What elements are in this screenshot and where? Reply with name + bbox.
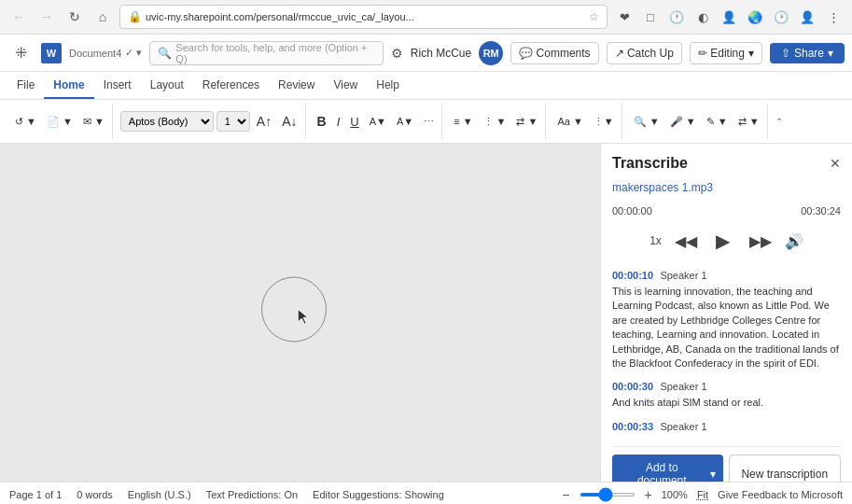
- text-predictions-label[interactable]: Text Predictions: On: [206, 489, 298, 500]
- entry-2-time[interactable]: 00:00:30: [612, 381, 653, 392]
- font-decrease-button[interactable]: A↓: [278, 112, 300, 131]
- find-button[interactable]: 🔍 ▼: [630, 114, 663, 130]
- ribbon-collapse-button[interactable]: ⌃: [772, 115, 787, 129]
- file-link[interactable]: makerspaces 1.mp3: [612, 181, 841, 194]
- new-transcription-button[interactable]: New transcription: [729, 455, 842, 482]
- clipboard-button[interactable]: 📄 ▼: [43, 114, 77, 130]
- transcript-entry-1: 00:00:10 Speaker 1 This is learning inno…: [612, 269, 841, 371]
- time-current: 00:00:00: [612, 205, 652, 217]
- office-actions: ⚙ Rich McCue RM 💬 Comments ↗ Catch Up ✏ …: [391, 41, 845, 65]
- bold-button[interactable]: B: [314, 112, 330, 131]
- time-total: 00:30:24: [801, 205, 841, 217]
- entry-1-time[interactable]: 00:00:10: [612, 270, 653, 281]
- cursor-arrow: [296, 307, 311, 329]
- cursor-circle: [261, 277, 327, 343]
- status-bar: Page 1 of 1 0 words English (U.S.) Text …: [0, 482, 852, 504]
- time-display: 00:00:00 00:30:24: [612, 205, 841, 217]
- transcript-entry-3: 00:00:33 Speaker 1: [612, 420, 841, 433]
- more-format-button[interactable]: ⋯: [420, 114, 438, 130]
- comments-button[interactable]: 💬 Comments: [510, 42, 598, 64]
- entry-3-time[interactable]: 00:00:33: [612, 421, 653, 432]
- back-button[interactable]: ←: [7, 6, 30, 28]
- user-avatar[interactable]: RM: [479, 41, 503, 65]
- add-to-document-button[interactable]: Add to document ▾: [612, 455, 723, 482]
- app-grid-button[interactable]: ⁜: [7, 40, 34, 66]
- editor-suggestions-label[interactable]: Editor Suggestions: Showing: [313, 489, 444, 500]
- font-increase-button[interactable]: A↑: [253, 112, 275, 131]
- tab-layout[interactable]: Layout: [141, 72, 193, 99]
- volume-button[interactable]: 🔊: [785, 232, 803, 250]
- reuse-button[interactable]: ⇄ ▼: [734, 114, 763, 130]
- menu-icon[interactable]: ⋮: [822, 6, 845, 28]
- pocket-icon[interactable]: ❤: [613, 6, 636, 28]
- language-label[interactable]: English (U.S.): [128, 489, 191, 500]
- tab-review[interactable]: Review: [269, 72, 324, 99]
- tab-insert[interactable]: Insert: [94, 72, 141, 99]
- reload-button[interactable]: ↻: [63, 6, 86, 28]
- italic-button[interactable]: I: [333, 113, 344, 131]
- home-button[interactable]: ⌂: [91, 6, 114, 28]
- close-panel-button[interactable]: ✕: [830, 156, 841, 171]
- alignment-button[interactable]: ⇄ ▼: [512, 114, 541, 130]
- bullet-list-button[interactable]: ≡ ▼: [450, 114, 476, 129]
- feedback-label[interactable]: Give Feedback to Microsoft: [718, 489, 843, 500]
- tab-view[interactable]: View: [324, 72, 367, 99]
- browser-chrome: ← → ↻ ⌂ 🔒 uvic-my.sharepoint.com/persona…: [0, 0, 852, 35]
- numbering-button[interactable]: ⋮ ▼: [480, 114, 510, 130]
- paste-button[interactable]: ✉ ▼: [79, 114, 108, 130]
- profile-icon[interactable]: 👤: [796, 6, 818, 28]
- tab-file[interactable]: File: [7, 72, 44, 99]
- font-group: Aptos (Body) 12 A↑ A↓: [117, 104, 306, 139]
- doc-title-text: Document4: [69, 48, 121, 59]
- address-bar[interactable]: 🔒 uvic-my.sharepoint.com/personal/rmccue…: [119, 5, 608, 29]
- doc-title-suffix[interactable]: ✓ ▾: [125, 47, 142, 59]
- bookmark-icon[interactable]: ☆: [589, 10, 599, 23]
- zoom-percent-label[interactable]: 100%: [662, 489, 688, 500]
- search-bar[interactable]: 🔍 Search for tools, help, and more (Opti…: [149, 41, 384, 65]
- ribbon-tabs: File Home Insert Layout References Revie…: [0, 72, 852, 100]
- extension-icon[interactable]: ◐: [691, 6, 714, 28]
- font-family-select[interactable]: Aptos (Body): [120, 111, 214, 132]
- share-button[interactable]: ⇧ Share ▾: [770, 43, 845, 63]
- playback-speed-button[interactable]: 1x: [649, 234, 662, 247]
- skip-back-button[interactable]: ◀◀: [675, 232, 697, 250]
- browser-toolbar: ← → ↻ ⌂ 🔒 uvic-my.sharepoint.com/persona…: [0, 0, 852, 34]
- voice-button[interactable]: 🎤 ▼: [666, 114, 700, 130]
- find-group: 🔍 ▼ 🎤 ▼ ✎ ▼ ⇄ ▼: [626, 104, 768, 139]
- fit-button[interactable]: Fit: [697, 489, 708, 500]
- transcript-entry-2: 00:00:30 Speaker 1 And knits atapi SIM s…: [612, 380, 841, 410]
- history-icon[interactable]: 🕐: [665, 6, 688, 28]
- tab-help[interactable]: Help: [367, 72, 409, 99]
- style-pane-button[interactable]: ⋮▼: [590, 114, 618, 130]
- tab-home[interactable]: Home: [44, 72, 93, 99]
- underline-button[interactable]: U: [346, 113, 362, 131]
- panel-title: Transcribe: [612, 155, 688, 172]
- highlight-button[interactable]: A▼: [366, 114, 390, 129]
- timer-icon[interactable]: 🕑: [770, 6, 792, 28]
- entry-1-speaker: Speaker 1: [660, 270, 706, 281]
- font-color-button[interactable]: A▼: [393, 114, 417, 129]
- zoom-out-button[interactable]: −: [562, 487, 569, 502]
- panel-footer: Add to document ▾ New transcription: [612, 446, 841, 482]
- catchup-button[interactable]: ↗ Catch Up: [607, 42, 682, 64]
- undo-button[interactable]: ↺ ▼: [11, 114, 40, 130]
- undo-group: ↺ ▼ 📄 ▼ ✉ ▼: [7, 104, 113, 139]
- settings-icon[interactable]: ⚙: [391, 46, 403, 61]
- sync-icon[interactable]: 👤: [718, 6, 740, 28]
- share-label: Share: [794, 47, 824, 60]
- editor-button[interactable]: ✎ ▼: [703, 114, 732, 130]
- ribbon-content: ↺ ▼ 📄 ▼ ✉ ▼ Aptos (Body) 12 A↑ A↓ B I U …: [0, 100, 852, 143]
- screenshot-icon[interactable]: □: [639, 6, 662, 28]
- play-button[interactable]: ▶: [710, 228, 736, 254]
- font-size-select[interactable]: 12: [216, 111, 250, 132]
- skip-forward-button[interactable]: ▶▶: [749, 232, 772, 250]
- zoom-slider[interactable]: [580, 493, 636, 497]
- styles-group: Aa ▼ ⋮▼: [550, 104, 622, 139]
- tab-references[interactable]: References: [193, 72, 269, 99]
- paragraph-group: ≡ ▼ ⋮ ▼ ⇄ ▼: [446, 104, 546, 139]
- styles-button[interactable]: Aa ▼: [553, 114, 586, 129]
- forward-button[interactable]: →: [35, 6, 58, 28]
- shield-icon[interactable]: 🌏: [744, 6, 766, 28]
- editing-button[interactable]: ✏ Editing ▾: [690, 42, 762, 64]
- zoom-in-button[interactable]: +: [645, 487, 652, 502]
